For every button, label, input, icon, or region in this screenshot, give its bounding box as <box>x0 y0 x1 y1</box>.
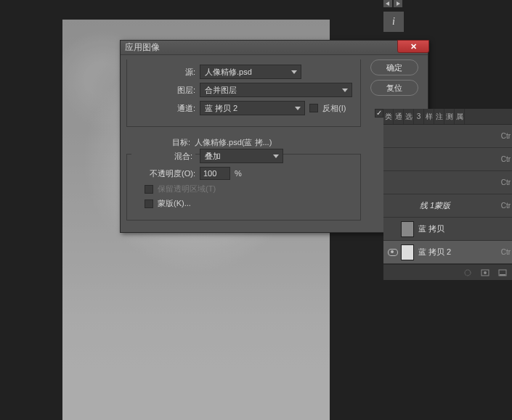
tab-6[interactable]: 测 <box>444 109 455 124</box>
tab-2[interactable]: 选 <box>404 109 414 124</box>
channel-row-5[interactable]: 蓝 拷贝 2 Ctr <box>383 241 512 264</box>
blend-group: 混合: 叠加 不透明度(O): 100 % 保留透明区域(T) <box>126 154 361 221</box>
source-value: 人像精修.psd <box>205 67 252 78</box>
channel-name-3: 线 1蒙版 <box>420 200 512 211</box>
tab-3[interactable]: 3 <box>414 109 424 124</box>
target-value: 人像精修.psd(蓝 拷...) <box>195 137 272 148</box>
svg-rect-4 <box>500 274 505 276</box>
tab-0[interactable]: 类 <box>383 109 394 124</box>
channels-panel: 类 通 选 3 样 注 测 属 Ctr Ctr Ctr 线 1蒙版 Ctr 蓝 … <box>383 109 512 280</box>
source-group: 源: 人像精修.psd 图层: 合并图层 通道: 蓝 拷贝 2 <box>126 59 361 127</box>
close-icon: ✕ <box>410 42 417 52</box>
panel-tab-strip: 类 通 选 3 样 注 测 属 <box>383 109 512 125</box>
panel-collapse-controls: i <box>383 0 404 32</box>
channel-row-0[interactable]: Ctr <box>383 125 512 148</box>
eye-icon <box>388 249 398 256</box>
shortcut-0: Ctr <box>501 132 511 140</box>
ok-button-label: 确定 <box>386 62 402 73</box>
reset-button[interactable]: 复位 <box>370 80 418 96</box>
channel-thumb-4[interactable] <box>401 221 414 237</box>
collapse-left-icon[interactable] <box>383 0 392 7</box>
apply-image-dialog: 应用图像 ✕ 源: 人像精修.psd 图层: 合并图层 <box>120 40 428 233</box>
preserve-transparency-label: 保留透明区域(T) <box>158 184 216 194</box>
save-selection-icon[interactable] <box>480 268 490 277</box>
invert-checkbox[interactable] <box>309 104 318 112</box>
collapse-right-icon[interactable] <box>394 0 402 7</box>
visibility-toggle-5[interactable] <box>386 249 399 256</box>
tab-1[interactable]: 通 <box>394 109 404 124</box>
channel-select[interactable]: 蓝 拷贝 2 <box>200 101 305 115</box>
channel-row-4[interactable]: 蓝 拷贝 <box>383 218 512 241</box>
layer-value: 合并图层 <box>205 85 237 96</box>
tab-4[interactable]: 样 <box>424 109 434 124</box>
mask-label: 蒙版(K)... <box>158 198 191 209</box>
channel-thumb-5[interactable] <box>401 244 414 260</box>
shortcut-5: Ctr <box>501 248 511 256</box>
source-label: 源: <box>131 67 195 78</box>
info-panel-button[interactable]: i <box>383 12 404 32</box>
invert-label: 反相(I) <box>322 103 346 114</box>
opacity-label: 不透明度(O): <box>131 168 195 179</box>
dialog-title-text: 应用图像 <box>125 41 160 54</box>
channel-row-1[interactable]: Ctr <box>383 148 512 171</box>
shortcut-2: Ctr <box>501 178 511 186</box>
layer-label: 图层: <box>131 85 195 96</box>
opacity-unit: % <box>235 169 242 178</box>
reset-button-label: 复位 <box>386 83 402 94</box>
target-label: 目标: <box>126 137 190 148</box>
preserve-transparency-checkbox <box>145 185 153 194</box>
channel-name-4: 蓝 拷贝 <box>418 223 512 234</box>
channel-row-2[interactable]: Ctr <box>383 171 512 194</box>
opacity-value: 100 <box>203 169 216 178</box>
opacity-input[interactable]: 100 <box>200 167 230 180</box>
preview-checkbox[interactable] <box>375 109 383 118</box>
shortcut-1: Ctr <box>501 155 511 163</box>
new-channel-icon[interactable] <box>497 268 508 277</box>
blend-select[interactable]: 叠加 <box>200 149 283 163</box>
blend-label: 混合: <box>131 151 195 162</box>
svg-point-0 <box>465 270 471 276</box>
mask-checkbox[interactable] <box>145 199 153 208</box>
channel-value: 蓝 拷贝 2 <box>205 103 237 114</box>
channel-row-3[interactable]: 线 1蒙版 Ctr <box>383 194 512 218</box>
svg-point-2 <box>484 271 487 274</box>
layer-select[interactable]: 合并图层 <box>200 83 352 97</box>
source-select[interactable]: 人像精修.psd <box>200 65 301 79</box>
channel-label: 通道: <box>131 103 195 114</box>
close-button[interactable]: ✕ <box>397 40 429 53</box>
tab-5[interactable]: 注 <box>434 109 444 124</box>
ok-button[interactable]: 确定 <box>370 59 418 75</box>
panel-footer <box>383 264 512 280</box>
load-selection-icon[interactable] <box>463 268 473 277</box>
shortcut-3: Ctr <box>501 202 511 210</box>
tab-7[interactable]: 属 <box>455 109 465 124</box>
blend-value: 叠加 <box>205 151 221 162</box>
channel-name-5: 蓝 拷贝 2 <box>418 247 512 258</box>
dialog-titlebar[interactable]: 应用图像 ✕ <box>121 41 428 55</box>
